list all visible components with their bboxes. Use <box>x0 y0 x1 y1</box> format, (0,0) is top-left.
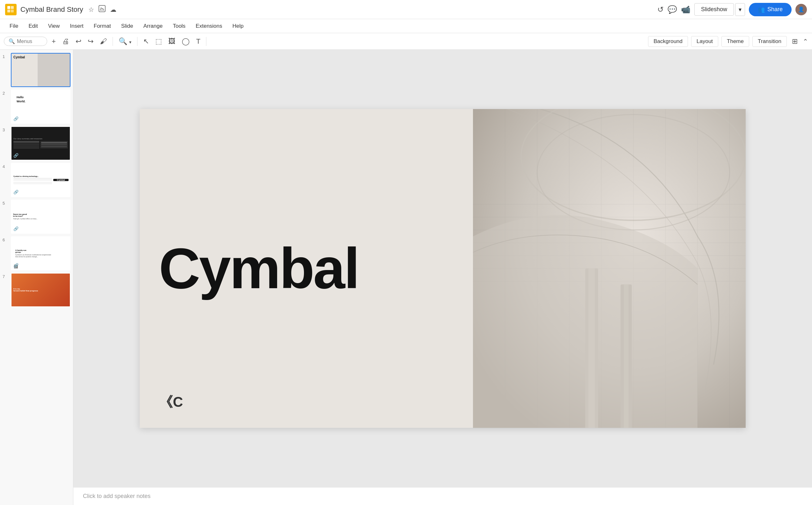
slide-number-4: 4 <box>3 164 8 169</box>
slide-thumb-4[interactable]: Cymbal is a thriving technology... Cymba… <box>11 163 70 197</box>
slide-thumb-7[interactable]: It is my fervent belief that progress <box>11 273 70 307</box>
document-title: Cymbal Brand Story <box>20 5 83 14</box>
speaker-notes[interactable]: Click to add speaker notes <box>73 487 812 505</box>
slide-panel: 1 Cymbal 2 HelloWorld. 🔗 <box>0 50 73 505</box>
menu-format[interactable]: Format <box>89 21 116 31</box>
background-button[interactable]: Background <box>648 36 688 47</box>
separator-1 <box>113 37 113 46</box>
motion-button[interactable]: ⊞ <box>790 36 800 47</box>
share-icon: 👥 <box>758 6 765 13</box>
transition-button[interactable]: Transition <box>752 36 787 47</box>
slide-thumb-inner-5: Seem too goodto be true? Yeah girl, Cymb… <box>11 200 70 233</box>
architecture-image <box>473 109 746 428</box>
thumb2-text: HelloWorld. <box>17 95 25 103</box>
toolbar: 🔍 + 🖨 ↩ ↪ 🖌 🔍 ▾ ↖ ⬚ 🖼 ◯ T Background Lay… <box>0 33 812 50</box>
menu-tools[interactable]: Tools <box>168 21 190 31</box>
zoom-button[interactable]: 🔍 ▾ <box>117 36 133 47</box>
theme-button[interactable]: Theme <box>721 36 749 47</box>
slide-item-6[interactable]: 6 1 A family-rungroup. Cymbal is an Amer… <box>3 236 70 270</box>
menu-edit[interactable]: Edit <box>24 21 42 31</box>
svg-rect-0 <box>7 6 10 9</box>
paint-format-button[interactable]: 🖌 <box>98 36 109 47</box>
slide-item-7[interactable]: 7 It is my fervent belief that progress <box>3 273 70 307</box>
slide-content-left: Cymbal 《C <box>140 109 473 428</box>
slide-4-link-icon: 🔗 <box>13 190 18 194</box>
thumb3-header: Our story summary and resources <box>13 138 42 140</box>
add-button[interactable]: + <box>50 36 58 47</box>
slide-number-6: 6 <box>3 237 8 242</box>
image-tool[interactable]: 🖼 <box>166 36 177 47</box>
menu-arrange[interactable]: Arrange <box>139 21 167 31</box>
thumb1-image <box>38 53 70 87</box>
drive-icon[interactable] <box>99 5 106 14</box>
thumb5-body: Yeah girl, Cymbal offers so many... <box>13 218 49 220</box>
redo-button[interactable]: ↪ <box>86 36 95 47</box>
menu-insert[interactable]: Insert <box>65 21 88 31</box>
slide-thumb-inner-1: Cymbal <box>11 53 70 87</box>
present-icon[interactable]: 📹 <box>681 5 690 14</box>
slide-background: Cymbal 《C <box>140 109 746 428</box>
thumb7-text: fervent belief that progress <box>13 290 38 292</box>
star-icon[interactable]: ☆ <box>88 6 94 13</box>
slide-thumb-1[interactable]: Cymbal <box>11 53 70 87</box>
canvas-area: Cymbal 《C <box>73 50 812 505</box>
title-icons: ☆ ☁ <box>88 5 117 14</box>
slide-thumb-inner-6: 1 A family-rungroup. Cymbal is an Americ… <box>11 237 70 270</box>
title-actions: ↺ 💬 📹 Slideshow ▾ 👥 Share 👤 <box>657 3 807 16</box>
slide-thumb-inner-2: HelloWorld. 🔗 <box>11 90 70 123</box>
search-box[interactable]: 🔍 <box>4 37 47 46</box>
thumb6-title: A family-rungroup. <box>15 249 52 253</box>
thumb1-cymbal-text: Cymbal <box>13 55 25 59</box>
slide-item-2[interactable]: 2 HelloWorld. 🔗 <box>3 90 70 124</box>
title-bar: Cymbal Brand Story ☆ ☁ ↺ 💬 📹 Slideshow ▾… <box>0 0 812 19</box>
menu-view[interactable]: View <box>44 21 64 31</box>
slide-canvas[interactable]: Cymbal 《C <box>140 109 746 428</box>
slide-number-5: 5 <box>3 201 8 206</box>
layout-button[interactable]: Layout <box>691 36 718 47</box>
slideshow-dropdown-button[interactable]: ▾ <box>735 3 745 16</box>
slide-item-4[interactable]: 4 Cymbal is a thriving technology... Cym… <box>3 163 70 197</box>
slide-thumb-6[interactable]: 1 A family-rungroup. Cymbal is an Americ… <box>11 236 70 270</box>
cursor-tool[interactable]: ↖ <box>141 36 151 47</box>
menu-slide[interactable]: Slide <box>117 21 138 31</box>
slide-5-link-icon: 🔗 <box>13 226 18 231</box>
svg-rect-4 <box>99 5 105 12</box>
svg-text:《C: 《C <box>159 394 183 409</box>
share-button[interactable]: 👥 Share <box>749 3 792 16</box>
slideshow-button[interactable]: Slideshow <box>694 3 734 16</box>
shape-tool[interactable]: ◯ <box>180 36 192 47</box>
app-icon <box>5 4 17 15</box>
thumb5-title: Seem too goodto be true? <box>13 213 49 217</box>
slide-thumb-inner-3: Our story summary and resources <box>11 127 70 160</box>
slide-3-link-icon: 🔗 <box>13 153 18 158</box>
undo-button[interactable]: ↩ <box>74 36 83 47</box>
collapse-toolbar-button[interactable]: ⌃ <box>803 38 808 45</box>
search-input[interactable] <box>17 39 42 44</box>
history-icon[interactable]: ↺ <box>657 5 664 14</box>
cloud-icon[interactable]: ☁ <box>110 6 117 13</box>
menu-extensions[interactable]: Extensions <box>191 21 227 31</box>
slide-6-link-icon: 🔗 <box>13 263 18 268</box>
separator-3 <box>206 37 206 46</box>
print-icon[interactable]: 🖨 <box>60 36 71 47</box>
separator-2 <box>137 37 138 46</box>
avatar[interactable]: 👤 <box>795 4 807 15</box>
slide-item-3[interactable]: 3 Our story summary and resources <box>3 126 70 160</box>
svg-rect-3 <box>11 10 14 12</box>
search-icon: 🔍 <box>9 38 15 44</box>
menu-help[interactable]: Help <box>228 21 248 31</box>
slide-number-2: 2 <box>3 91 8 96</box>
slide-thumb-2[interactable]: HelloWorld. 🔗 <box>11 90 70 124</box>
svg-rect-2 <box>7 10 10 12</box>
select-tool[interactable]: ⬚ <box>153 36 164 47</box>
slide-number-3: 3 <box>3 128 8 132</box>
slide-thumb-3[interactable]: Our story summary and resources <box>11 126 70 160</box>
menu-file[interactable]: File <box>5 21 23 31</box>
slide-item-1[interactable]: 1 Cymbal <box>3 53 70 87</box>
slide-thumb-5[interactable]: Seem too goodto be true? Yeah girl, Cymb… <box>11 200 70 234</box>
slide-number-1: 1 <box>3 54 8 59</box>
slide-thumb-inner-4: Cymbal is a thriving technology... Cymba… <box>11 164 70 196</box>
text-tool[interactable]: T <box>194 36 202 47</box>
slide-item-5[interactable]: 5 Seem too goodto be true? Yeah girl, Cy… <box>3 200 70 234</box>
comment-icon[interactable]: 💬 <box>667 5 677 14</box>
